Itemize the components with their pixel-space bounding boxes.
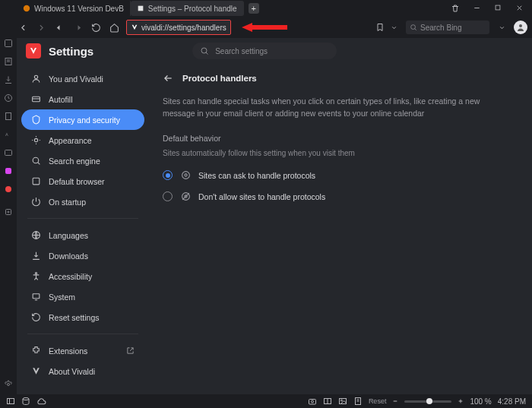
handlers-block-icon: [180, 191, 191, 202]
search-icon: [410, 24, 417, 31]
panel-notes-icon[interactable]: [3, 111, 14, 122]
tab-windows11[interactable]: Windows 11 Version DevB: [17, 1, 131, 16]
panel-translate-icon[interactable]: A: [3, 129, 14, 140]
capture-icon[interactable]: [308, 397, 317, 406]
profile-avatar[interactable]: [514, 21, 527, 34]
panel-add-icon[interactable]: [3, 207, 14, 217]
panel-app2-icon[interactable]: [3, 184, 14, 195]
power-icon: [30, 197, 41, 207]
tab-strip: Windows 11 Version DevB Settings – Proto…: [0, 0, 532, 17]
maximize-icon[interactable]: [492, 4, 503, 13]
minimize-icon[interactable]: [471, 4, 482, 13]
back-arrow-icon[interactable]: [163, 73, 173, 84]
sync-icon[interactable]: [21, 397, 30, 406]
sidebar-item-appearance[interactable]: Appearance: [21, 130, 144, 150]
radio-button[interactable]: [163, 191, 173, 201]
radio-option-block[interactable]: Don't allow sites to handle protocols: [163, 186, 518, 207]
svg-rect-5: [6, 113, 11, 120]
default-browser-icon: [30, 176, 41, 187]
sidebar-item-accessibility[interactable]: Accessibility: [21, 266, 144, 286]
svg-rect-52: [339, 399, 346, 404]
system-icon: [30, 292, 41, 302]
settings-search-input[interactable]: Search settings: [192, 43, 337, 59]
svg-point-40: [182, 172, 189, 179]
status-bar: Reset 100 % 4:28 PM: [0, 394, 532, 408]
zoom-out-icon[interactable]: [392, 398, 398, 404]
vivaldi-icon: [30, 366, 41, 377]
favicon-icon: [23, 5, 30, 12]
panel-app1-icon[interactable]: [3, 166, 14, 176]
svg-point-14: [24, 5, 30, 11]
panel-downloads-icon[interactable]: [3, 74, 14, 85]
svg-point-41: [184, 174, 186, 176]
radio-button[interactable]: [163, 170, 173, 180]
panel-reading-list-icon[interactable]: [3, 56, 14, 67]
image-toggle-icon[interactable]: [338, 397, 347, 406]
trash-icon[interactable]: [450, 4, 461, 13]
svg-line-44: [182, 193, 189, 200]
panel-window-icon[interactable]: [3, 147, 14, 158]
radio-option-allow[interactable]: Sites can ask to handle protocols: [163, 165, 518, 186]
page-title: Protocol handlers: [182, 74, 257, 83]
svg-point-28: [34, 75, 37, 78]
radio-label: Sites can ask to handle protocols: [198, 171, 315, 180]
svg-point-9: [5, 186, 11, 192]
autofill-icon: [30, 94, 41, 105]
tab-label: Windows 11 Version DevB: [34, 5, 124, 13]
sidebar-item-label: Default browser: [49, 177, 105, 186]
url-text: vivaldi://settings/handlers: [141, 24, 226, 32]
rewind-button[interactable]: [53, 21, 65, 33]
sidebar-item-system[interactable]: System: [21, 286, 144, 307]
svg-rect-34: [33, 178, 40, 185]
settings-header: Settings Search settings: [17, 38, 532, 64]
annotation-arrow: [242, 22, 287, 33]
svg-point-49: [311, 400, 313, 403]
chevron-down-icon[interactable]: [496, 21, 508, 33]
zoom-reset-button[interactable]: Reset: [369, 397, 387, 405]
chevron-down-icon[interactable]: [388, 21, 400, 33]
sidebar-item-search-engine[interactable]: Search engine: [21, 150, 144, 171]
sidebar-item-downloads[interactable]: Downloads: [21, 245, 144, 266]
sidebar-item-reset-settings[interactable]: Reset settings: [21, 307, 144, 327]
zoom-in-icon[interactable]: [458, 398, 464, 404]
back-button[interactable]: [17, 21, 29, 33]
sidebar-item-languages[interactable]: Languages: [21, 225, 144, 245]
extension-icon: [30, 346, 41, 356]
reload-button[interactable]: [90, 21, 102, 33]
zoom-slider[interactable]: [404, 400, 451, 403]
panel-bookmarks-icon[interactable]: [3, 38, 14, 49]
svg-line-24: [415, 29, 416, 30]
side-panel-rail: A: [0, 0, 17, 394]
address-bar: vivaldi://settings/handlers Search Bing: [0, 17, 532, 38]
settings-search-placeholder: Search settings: [215, 47, 268, 55]
svg-rect-48: [309, 400, 315, 405]
search-field[interactable]: Search Bing: [406, 21, 489, 34]
sidebar-item-autofill[interactable]: Autofill: [21, 89, 144, 109]
sidebar-item-privacy[interactable]: Privacy and security: [21, 109, 144, 130]
bookmark-icon[interactable]: [374, 21, 386, 33]
panel-settings-icon[interactable]: [3, 379, 14, 390]
sidebar-item-extensions[interactable]: Extensions: [21, 340, 144, 361]
panel-toggle-icon[interactable]: [6, 397, 15, 406]
sidebar-item-on-startup[interactable]: On startup: [21, 191, 144, 212]
sidebar-item-about-vivaldi[interactable]: About Vivaldi: [21, 361, 144, 381]
panel-history-icon[interactable]: [3, 93, 14, 103]
cloud-icon[interactable]: [36, 397, 46, 406]
tiling-icon[interactable]: [323, 397, 332, 406]
section-label: Default behavior: [163, 134, 518, 143]
sidebar-item-default-browser[interactable]: Default browser: [21, 171, 144, 191]
url-field[interactable]: vivaldi://settings/handlers: [126, 20, 231, 35]
sidebar-item-label: About Vivaldi: [49, 367, 95, 376]
tab-settings[interactable]: Settings – Protocol handle: [131, 1, 244, 16]
svg-line-27: [206, 52, 208, 55]
close-icon[interactable]: [514, 4, 524, 13]
zoom-value: 100 %: [470, 397, 491, 406]
forward-button[interactable]: [35, 21, 47, 33]
page-actions-icon[interactable]: [353, 397, 363, 406]
svg-text:A: A: [5, 132, 8, 137]
new-tab-button[interactable]: +: [249, 3, 259, 14]
fastforward-button[interactable]: [71, 21, 84, 33]
sidebar-item-you-and-vivaldi[interactable]: You and Vivaldi: [21, 68, 144, 89]
person-icon: [30, 74, 41, 84]
home-button[interactable]: [108, 21, 120, 33]
